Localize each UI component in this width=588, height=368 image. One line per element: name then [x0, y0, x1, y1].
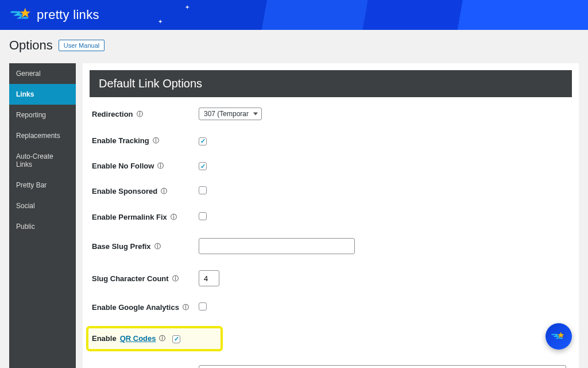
redirection-label: Redirection ⓘ — [92, 110, 199, 118]
info-icon[interactable]: ⓘ — [159, 334, 165, 343]
user-manual-button[interactable]: User Manual — [59, 40, 105, 51]
sidebar-item-social[interactable]: Social — [9, 195, 76, 216]
sidebar-item-public[interactable]: Public — [9, 216, 76, 237]
brand-name: pretty links — [37, 7, 99, 22]
info-icon[interactable]: ⓘ — [183, 303, 189, 312]
sidebar-item-links[interactable]: Links — [9, 84, 76, 105]
info-icon[interactable]: ⓘ — [157, 162, 164, 170]
help-fab-icon — [551, 331, 566, 342]
default-link-options-form: Redirection ⓘ 307 (Temporary) En — [90, 97, 572, 368]
page-title: Options — [9, 38, 53, 53]
info-icon[interactable]: ⓘ — [154, 242, 161, 251]
section-header: Default Link Options — [90, 70, 572, 97]
sparkle-icon: ✦ — [185, 4, 189, 10]
sidebar-item-pretty-bar[interactable]: Pretty Bar — [9, 175, 76, 195]
pretty-links-logo-icon — [10, 6, 33, 24]
help-fab-button[interactable] — [546, 323, 572, 350]
base-slug-prefix-label: Base Slug Prefix ⓘ — [92, 242, 199, 251]
enable-sponsored-checkbox[interactable] — [199, 186, 207, 194]
brand-logo: pretty links — [10, 6, 99, 24]
enable-qr-codes-checkbox[interactable] — [172, 335, 180, 343]
info-icon[interactable]: ⓘ — [137, 110, 143, 118]
sidebar-item-general[interactable]: General — [9, 63, 76, 84]
main-panel: Default Link Options Redirection ⓘ 307 (… — [83, 63, 579, 368]
sidebar-item-replacements[interactable]: Replacements — [9, 125, 76, 146]
info-icon[interactable]: ⓘ — [153, 136, 159, 145]
page-head: Options User Manual — [0, 30, 588, 63]
enable-tracking-label: Enable Tracking ⓘ — [92, 136, 199, 145]
qr-codes-link[interactable]: QR Codes — [120, 334, 156, 343]
sidebar-item-auto-create-links[interactable]: Auto-Create Links — [9, 146, 76, 175]
enable-sponsored-label: Enable Sponsored ⓘ — [92, 187, 199, 195]
brand-banner: pretty links ✦ ✦ — [0, 0, 588, 30]
slug-char-count-label: Slug Character Count ⓘ — [92, 274, 199, 283]
enable-permalink-fix-label: Enable Permalink Fix ⓘ — [92, 213, 199, 221]
base-slug-prefix-input[interactable] — [199, 238, 355, 254]
enable-ga-label: Enable Google Analytics ⓘ — [92, 303, 199, 312]
settings-sidebar: General Links Reporting Replacements Aut… — [9, 63, 76, 368]
sidebar-item-reporting[interactable]: Reporting — [9, 105, 76, 125]
enable-qr-codes-label: Enable QR Codes ⓘ — [92, 334, 172, 343]
info-icon[interactable]: ⓘ — [161, 187, 167, 195]
enable-ga-checkbox[interactable] — [199, 302, 207, 310]
slug-char-count-input[interactable] — [199, 270, 219, 286]
enable-no-follow-label: Enable No Follow ⓘ — [92, 162, 199, 170]
info-icon[interactable]: ⓘ — [171, 213, 177, 221]
enable-no-follow-checkbox[interactable] — [199, 162, 207, 170]
global-head-scripts-input[interactable] — [199, 365, 566, 369]
enable-permalink-fix-checkbox[interactable] — [199, 212, 207, 220]
info-icon[interactable]: ⓘ — [172, 274, 179, 283]
sparkle-icon: ✦ — [158, 18, 163, 25]
enable-tracking-checkbox[interactable] — [199, 137, 207, 145]
redirection-select[interactable]: 307 (Temporary) — [199, 108, 262, 120]
